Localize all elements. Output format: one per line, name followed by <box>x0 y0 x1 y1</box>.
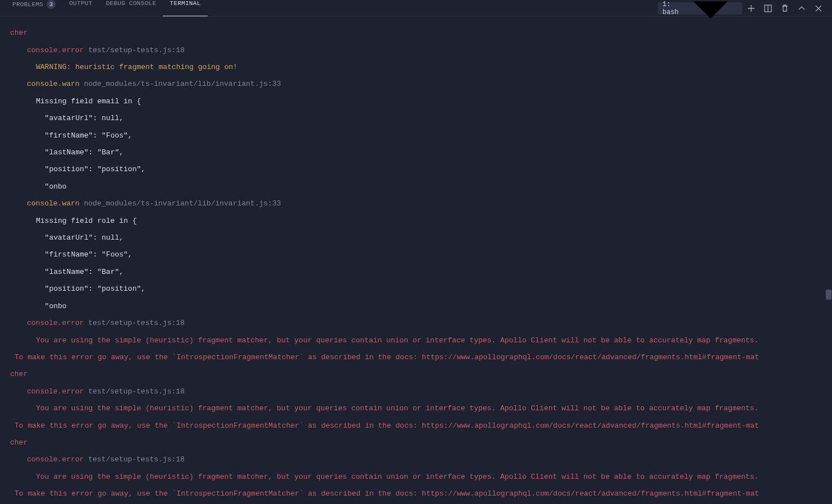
kill-terminal-button[interactable] <box>777 1 793 16</box>
log-line: To make this error go away, use the `Int… <box>10 421 826 430</box>
log-line: You are using the simple (heuristic) fra… <box>10 336 826 345</box>
panel-header: PROBLEMS3 OUTPUT DEBUG CONSOLE TERMINAL … <box>0 0 832 17</box>
log-line: console.warn node_modules/ts-invariant/l… <box>10 80 826 88</box>
log-line: "onbo <box>10 182 826 191</box>
plus-icon <box>747 4 756 13</box>
log-line: console.error test/setup-tests.js:18 <box>10 46 826 54</box>
log-line: console.warn node_modules/ts-invariant/l… <box>10 199 826 208</box>
close-panel-button[interactable] <box>811 1 826 16</box>
log-line: To make this error go away, use the `Int… <box>10 353 826 361</box>
log-line: "onbo <box>10 302 826 310</box>
log-line: "position": "position", <box>10 285 826 293</box>
split-terminal-button[interactable] <box>760 1 776 16</box>
panel-actions: 1: bash <box>658 1 826 16</box>
tab-problems[interactable]: PROBLEMS3 <box>6 0 62 9</box>
terminal-scrollbar[interactable] <box>826 290 831 300</box>
maximize-panel-button[interactable] <box>794 1 810 16</box>
problems-badge: 3 <box>47 0 56 9</box>
tab-terminal[interactable]: TERMINAL <box>163 0 207 7</box>
log-line: Missing field role in { <box>10 217 826 225</box>
log-line: "avatarUrl": null, <box>10 114 826 122</box>
terminal-selector[interactable]: 1: bash <box>658 2 742 15</box>
tab-output[interactable]: OUTPUT <box>62 0 99 7</box>
log-line: Missing field email in { <box>10 97 826 106</box>
chevron-down-icon <box>683 0 738 35</box>
chevron-up-icon <box>797 4 806 13</box>
log-line: "avatarUrl": null, <box>10 233 826 242</box>
log-line: WARNING: heuristic fragment matching goi… <box>10 63 826 71</box>
log-line: console.error test/setup-tests.js:18 <box>10 455 826 464</box>
tab-debug-console[interactable]: DEBUG CONSOLE <box>99 0 163 7</box>
terminal-output[interactable]: cher console.error test/setup-tests.js:1… <box>0 17 832 504</box>
split-icon <box>764 4 772 13</box>
panel-tabs: PROBLEMS3 OUTPUT DEBUG CONSOLE TERMINAL <box>6 0 208 16</box>
trash-icon <box>780 4 789 13</box>
log-line: console.error test/setup-tests.js:18 <box>10 387 826 396</box>
log-line: You are using the simple (heuristic) fra… <box>10 473 826 481</box>
close-icon <box>814 4 823 13</box>
log-line: To make this error go away, use the `Int… <box>10 489 826 498</box>
log-line: You are using the simple (heuristic) fra… <box>10 404 826 413</box>
log-line: cher <box>10 438 826 447</box>
log-line: "position": "position", <box>10 165 826 173</box>
log-line: console.error test/setup-tests.js:18 <box>10 319 826 327</box>
log-line: "firstName": "Foos", <box>10 131 826 140</box>
log-line: "lastName": "Bar", <box>10 148 826 157</box>
log-line: cher <box>10 370 826 378</box>
log-line: "firstName": "Foos", <box>10 250 826 259</box>
log-line: "lastName": "Bar", <box>10 268 826 276</box>
new-terminal-button[interactable] <box>743 1 759 16</box>
